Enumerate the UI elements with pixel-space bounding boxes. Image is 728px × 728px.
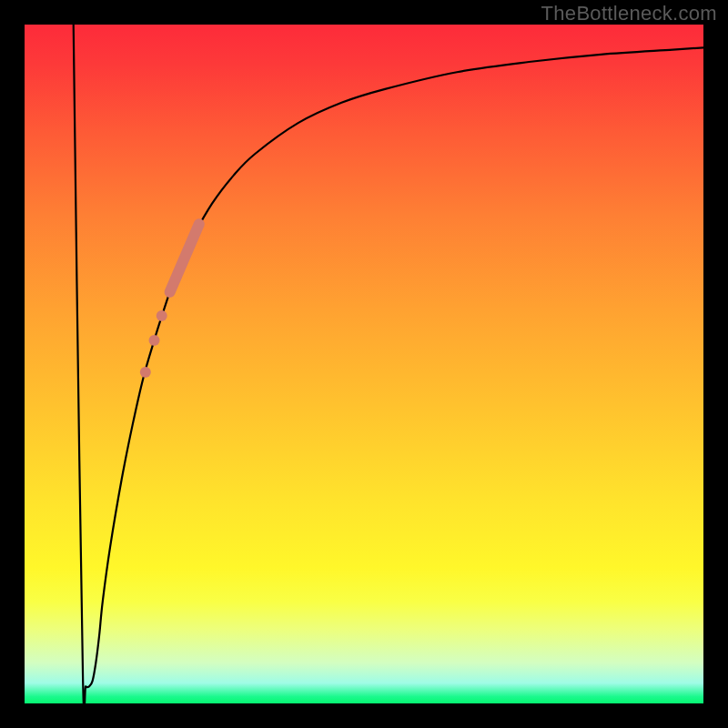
watermark-text: TheBottleneck.com — [541, 2, 717, 25]
chart-frame: TheBottleneck.com — [0, 0, 728, 728]
curve-layer — [25, 25, 703, 703]
plot-area — [25, 25, 703, 703]
bottleneck-curve — [74, 25, 703, 703]
marker-stroke — [170, 224, 199, 292]
marker-dot — [148, 335, 159, 346]
marker-dots — [140, 310, 167, 378]
marker-dot — [140, 367, 151, 378]
marker-dot — [157, 310, 167, 321]
